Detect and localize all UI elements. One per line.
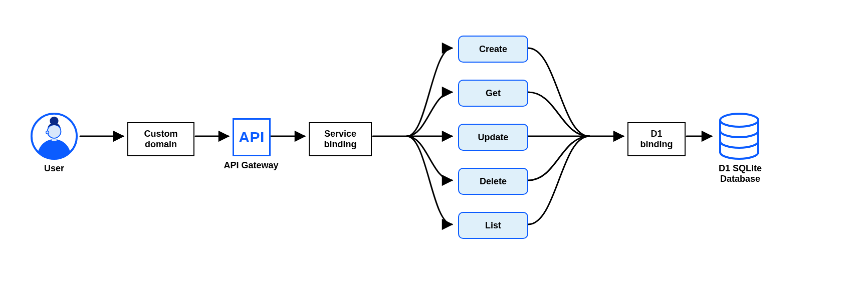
service-binding-box: Service binding: [309, 122, 372, 156]
op-list: List: [458, 212, 528, 239]
svg-point-5: [720, 114, 758, 127]
user-icon: [30, 112, 78, 160]
user-label: User: [30, 163, 78, 174]
architecture-diagram: User Custom domain API API Gateway Servi…: [0, 0, 868, 290]
custom-domain-box: Custom domain: [127, 122, 194, 156]
api-gateway-label: API Gateway: [219, 160, 284, 171]
op-update: Update: [458, 124, 528, 151]
database-icon: [717, 112, 762, 160]
api-gateway-box: API: [233, 118, 271, 156]
database-label: D1 SQLite Database: [708, 163, 773, 184]
svg-point-4: [46, 131, 49, 134]
op-get: Get: [458, 80, 528, 107]
op-create: Create: [458, 36, 528, 63]
d1-binding-box: D1 binding: [627, 122, 686, 156]
op-delete: Delete: [458, 168, 528, 195]
svg-point-3: [50, 117, 58, 125]
svg-point-2: [48, 125, 61, 138]
